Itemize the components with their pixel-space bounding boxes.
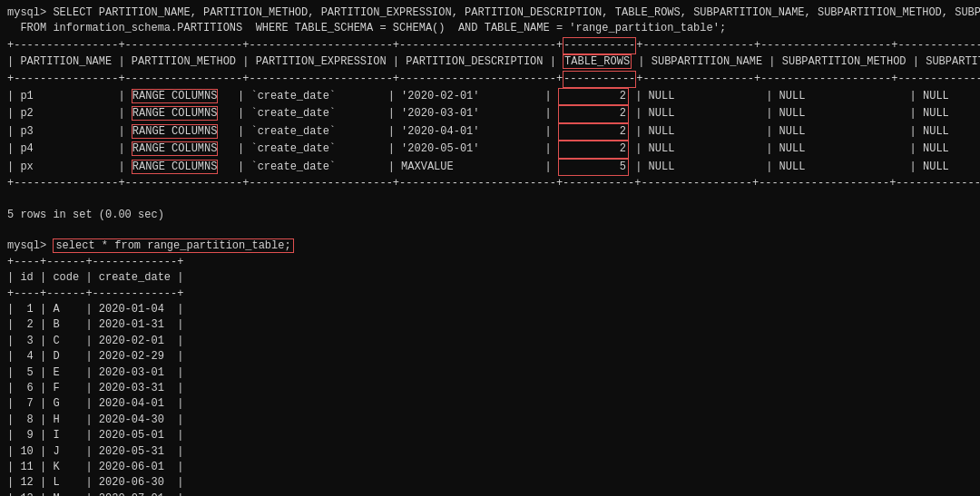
- table1-sep-bot: +----------------+------------------+---…: [7, 176, 973, 191]
- table-row: | 9 | I | 2020-05-01 |: [7, 428, 973, 443]
- table-row: | 2 | B | 2020-01-31 |: [7, 317, 973, 333]
- query2-cmd: select * from range_partition_table;: [53, 238, 293, 253]
- table2-header: | id | code | create_date |: [7, 270, 973, 286]
- table-row: | p2 | RANGE COLUMNS | `create_date` | '…: [7, 105, 973, 122]
- rows-info-1: [7, 191, 973, 207]
- query1-text2: FROM information_schema.PARTITIONS WHERE…: [7, 22, 726, 34]
- table2-sep1: +----+------+-------------+: [7, 255, 973, 270]
- table-row: | px | RANGE COLUMNS | `create_date` | M…: [7, 159, 973, 176]
- query1-line2: FROM information_schema.PARTITIONS WHERE…: [7, 21, 973, 36]
- table-row: | 13 | M | 2020-07-01 |: [7, 491, 973, 496]
- table-row: | 10 | J | 2020-05-31 |: [7, 444, 973, 460]
- table2-sep2: +----+------+-------------+: [7, 287, 973, 302]
- terminal: mysql> SELECT PARTITION_NAME, PARTITION_…: [0, 0, 980, 496]
- blank1: [7, 223, 973, 238]
- table-row: | 3 | C | 2020-02-01 |: [7, 334, 973, 349]
- table-row: | 5 | E | 2020-03-01 |: [7, 365, 973, 381]
- table-row: | 11 | K | 2020-06-01 |: [7, 460, 973, 475]
- query1-line1: mysql> SELECT PARTITION_NAME, PARTITION_…: [7, 5, 973, 21]
- rows-info-1-text: 5 rows in set (0.00 sec): [7, 208, 973, 223]
- query1-text1: SELECT PARTITION_NAME, PARTITION_METHOD,…: [53, 6, 980, 19]
- table-row: | 8 | H | 2020-04-30 |: [7, 413, 973, 428]
- mysql-prompt-2: mysql>: [7, 239, 53, 252]
- mysql-prompt: mysql>: [7, 6, 53, 19]
- table-row: | 6 | F | 2020-03-31 |: [7, 381, 973, 396]
- table-row: | p4 | RANGE COLUMNS | `create_date` | '…: [7, 141, 973, 158]
- table-row: | p3 | RANGE COLUMNS | `create_date` | '…: [7, 123, 973, 141]
- table-row: | p1 | RANGE COLUMNS | `create_date` | '…: [7, 88, 973, 105]
- table1-sep-top: +----------------+------------------+---…: [7, 37, 973, 54]
- table-row: | 4 | D | 2020-02-29 |: [7, 349, 973, 365]
- query2-line: mysql> select * from range_partition_tab…: [7, 238, 973, 254]
- table-row: | 7 | G | 2020-04-01 |: [7, 396, 973, 412]
- table1-header: | PARTITION_NAME | PARTITION_METHOD | PA…: [7, 54, 973, 70]
- table-row: | 12 | L | 2020-06-30 |: [7, 475, 973, 491]
- table1-sep-mid: +----------------+------------------+---…: [7, 71, 973, 88]
- table-row: | 1 | A | 2020-01-04 |: [7, 302, 973, 317]
